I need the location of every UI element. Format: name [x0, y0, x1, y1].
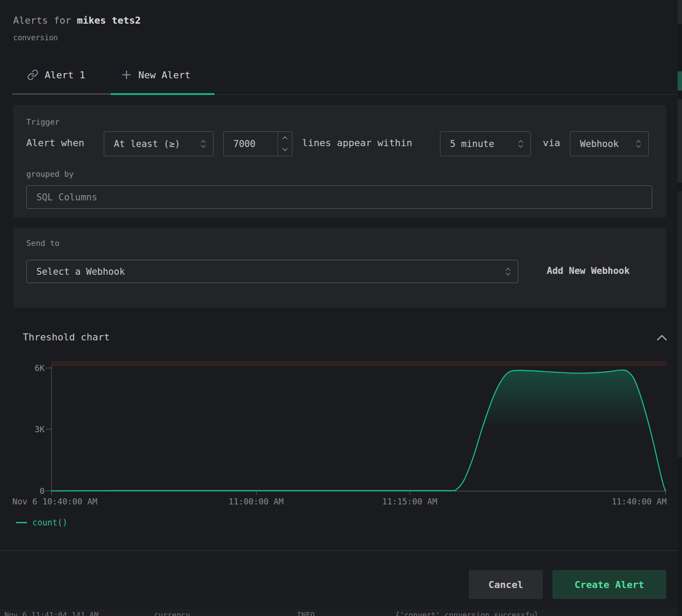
- threshold-value-input[interactable]: [224, 132, 278, 156]
- add-new-webhook-button[interactable]: Add New Webhook: [544, 265, 633, 276]
- chevron-up-icon: [656, 334, 668, 342]
- tab-indicator-active: [111, 93, 214, 95]
- number-spinner: [278, 132, 292, 156]
- send-to-label: Send to: [26, 238, 60, 248]
- scrollbar-gutter[interactable]: [678, 0, 682, 616]
- threshold-type-select[interactable]: At least (≥): [104, 131, 214, 156]
- tab-alert-1[interactable]: Alert 1: [27, 69, 85, 80]
- cancel-button[interactable]: Cancel: [469, 570, 543, 599]
- link-icon: [27, 69, 39, 80]
- send-to-panel: Send to Select a Webhook Add New Webhook: [13, 228, 666, 308]
- collapse-chart-button[interactable]: [654, 331, 670, 345]
- log-service: currency: [154, 611, 190, 616]
- log-message: {'convert' conversion successful: [395, 611, 539, 616]
- legend-series-label: count(): [32, 518, 67, 527]
- chart-legend: count(): [16, 518, 67, 527]
- chevron-up-down-icon: [636, 139, 641, 149]
- tab-new-alert[interactable]: New Alert: [121, 69, 190, 80]
- page-title: Alerts for mikes tets2: [13, 15, 141, 26]
- lines-appear-text: lines appear within: [302, 137, 412, 148]
- background-log-row: Nov 6 11:41:04.141 AM currency INFO {'co…: [0, 609, 678, 616]
- spinner-down-button[interactable]: [278, 144, 292, 156]
- footer-divider: [0, 550, 682, 551]
- chevron-up-down-icon: [505, 267, 511, 276]
- page-subtitle: conversion: [13, 33, 58, 42]
- tab-indicator-inactive: [12, 93, 111, 95]
- trigger-panel: Trigger Alert when At least (≥) lines ap…: [13, 105, 666, 217]
- y-tick-0: 0: [14, 486, 45, 496]
- x-tick-1100: 11:00:00 AM: [229, 497, 284, 506]
- webhook-select[interactable]: Select a Webhook: [26, 260, 518, 283]
- channel-value: Webhook: [580, 139, 619, 149]
- alerts-modal: Alerts for mikes tets2 conversion Alert …: [0, 0, 682, 616]
- threshold-zone: [51, 361, 667, 366]
- trigger-label: Trigger: [26, 117, 60, 126]
- legend-line-swatch: [16, 522, 27, 523]
- chevron-up-down-icon: [200, 139, 206, 149]
- y-tick-3k: 3K: [14, 424, 45, 434]
- threshold-type-value: At least (≥): [114, 139, 180, 149]
- page-title-source: mikes tets2: [77, 15, 141, 26]
- webhook-select-value: Select a Webhook: [36, 266, 125, 277]
- chevron-up-down-icon: [518, 139, 524, 149]
- tab-alert-1-label: Alert 1: [45, 70, 85, 80]
- threshold-chart-svg: [0, 358, 682, 515]
- create-alert-button[interactable]: Create Alert: [552, 570, 666, 599]
- x-tick-1140: 11:40:00 AM: [612, 497, 667, 506]
- tab-new-alert-label: New Alert: [138, 70, 190, 80]
- tabs-baseline: [214, 94, 682, 95]
- channel-select[interactable]: Webhook: [570, 131, 649, 156]
- threshold-chart-title: Threshold chart: [23, 332, 110, 343]
- series-area: [51, 370, 665, 491]
- x-tick-start: Nov 6 10:40:00 AM: [12, 497, 97, 506]
- log-timestamp: Nov 6 11:41:04.141 AM: [4, 611, 98, 616]
- x-tick-1115: 11:15:00 AM: [382, 497, 437, 506]
- alert-when-text: Alert when: [26, 137, 84, 148]
- plus-icon: [121, 69, 132, 80]
- via-text: via: [543, 137, 560, 148]
- page-title-prefix: Alerts for: [13, 15, 77, 26]
- time-window-select[interactable]: 5 minute: [440, 131, 531, 156]
- chevron-up-icon: [282, 136, 288, 140]
- y-tick-6k: 6K: [14, 363, 45, 373]
- chevron-down-icon: [282, 148, 288, 151]
- log-level: INFO: [297, 611, 315, 616]
- threshold-value-field: [223, 131, 292, 156]
- grouped-by-label: grouped by: [26, 169, 74, 178]
- grouped-by-input[interactable]: [26, 186, 652, 209]
- time-window-value: 5 minute: [450, 139, 494, 149]
- spinner-up-button[interactable]: [278, 132, 292, 144]
